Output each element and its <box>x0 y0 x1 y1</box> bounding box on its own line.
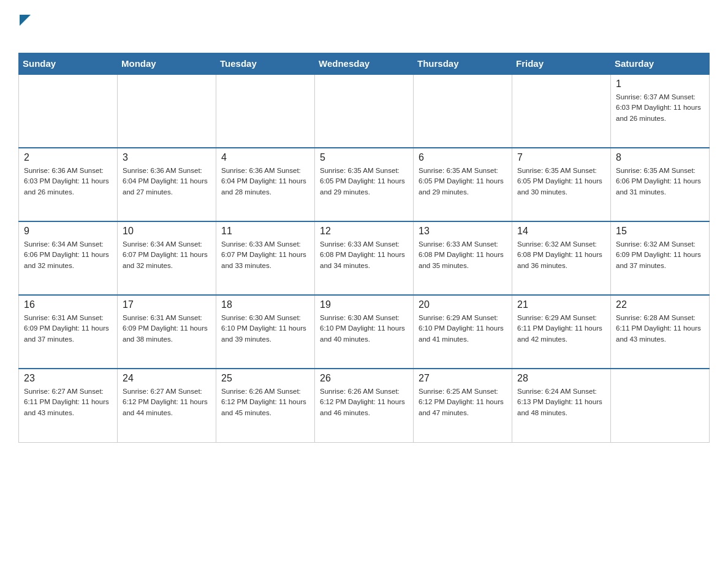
day-info: Sunrise: 6:34 AM Sunset: 6:06 PM Dayligh… <box>24 239 112 271</box>
day-number: 25 <box>221 373 309 384</box>
day-info: Sunrise: 6:36 AM Sunset: 6:03 PM Dayligh… <box>24 166 112 197</box>
day-number: 20 <box>419 299 507 310</box>
calendar-empty-cell <box>118 74 216 148</box>
calendar-week-row: 23Sunrise: 6:27 AM Sunset: 6:11 PM Dayli… <box>19 369 710 442</box>
day-number: 3 <box>123 152 211 163</box>
calendar-week-row: 1Sunrise: 6:37 AM Sunset: 6:03 PM Daylig… <box>19 74 710 148</box>
day-number: 7 <box>517 152 605 163</box>
calendar-empty-cell <box>216 74 315 148</box>
svg-marker-0 <box>20 15 31 26</box>
weekday-header-friday: Friday <box>512 53 611 75</box>
day-info: Sunrise: 6:29 AM Sunset: 6:10 PM Dayligh… <box>419 313 507 345</box>
calendar-week-row: 16Sunrise: 6:31 AM Sunset: 6:09 PM Dayli… <box>19 295 710 369</box>
day-number: 11 <box>221 226 309 237</box>
day-info: Sunrise: 6:35 AM Sunset: 6:05 PM Dayligh… <box>517 166 605 197</box>
day-info: Sunrise: 6:32 AM Sunset: 6:09 PM Dayligh… <box>616 239 704 271</box>
calendar-day-7: 7Sunrise: 6:35 AM Sunset: 6:05 PM Daylig… <box>512 148 611 221</box>
logo-arrow-icon <box>20 12 31 28</box>
logo <box>18 12 31 40</box>
day-number: 4 <box>221 152 309 163</box>
calendar-empty-cell <box>315 74 414 148</box>
day-number: 8 <box>616 152 704 163</box>
calendar-empty-cell <box>19 74 118 148</box>
day-info: Sunrise: 6:26 AM Sunset: 6:12 PM Dayligh… <box>320 386 408 418</box>
calendar-day-10: 10Sunrise: 6:34 AM Sunset: 6:07 PM Dayli… <box>118 221 216 295</box>
day-number: 23 <box>24 373 112 384</box>
day-info: Sunrise: 6:31 AM Sunset: 6:09 PM Dayligh… <box>123 313 211 345</box>
day-number: 14 <box>517 226 605 237</box>
day-info: Sunrise: 6:36 AM Sunset: 6:04 PM Dayligh… <box>221 166 309 197</box>
day-info: Sunrise: 6:26 AM Sunset: 6:12 PM Dayligh… <box>221 386 309 418</box>
calendar-day-13: 13Sunrise: 6:33 AM Sunset: 6:08 PM Dayli… <box>414 221 512 295</box>
calendar-day-15: 15Sunrise: 6:32 AM Sunset: 6:09 PM Dayli… <box>611 221 710 295</box>
calendar-day-3: 3Sunrise: 6:36 AM Sunset: 6:04 PM Daylig… <box>118 148 216 221</box>
weekday-header-thursday: Thursday <box>414 53 512 75</box>
day-info: Sunrise: 6:37 AM Sunset: 6:03 PM Dayligh… <box>616 92 704 124</box>
day-number: 1 <box>616 79 704 90</box>
calendar-day-6: 6Sunrise: 6:35 AM Sunset: 6:05 PM Daylig… <box>414 148 512 221</box>
calendar-empty-cell <box>414 74 512 148</box>
calendar-day-12: 12Sunrise: 6:33 AM Sunset: 6:08 PM Dayli… <box>315 221 414 295</box>
day-number: 24 <box>123 373 211 384</box>
day-number: 6 <box>419 152 507 163</box>
day-info: Sunrise: 6:35 AM Sunset: 6:05 PM Dayligh… <box>320 166 408 197</box>
day-info: Sunrise: 6:24 AM Sunset: 6:13 PM Dayligh… <box>517 386 605 418</box>
weekday-header-row: SundayMondayTuesdayWednesdayThursdayFrid… <box>19 53 710 75</box>
day-info: Sunrise: 6:28 AM Sunset: 6:11 PM Dayligh… <box>616 313 704 345</box>
page-header <box>18 12 710 40</box>
calendar-day-16: 16Sunrise: 6:31 AM Sunset: 6:09 PM Dayli… <box>19 295 118 369</box>
calendar-day-20: 20Sunrise: 6:29 AM Sunset: 6:10 PM Dayli… <box>414 295 512 369</box>
day-info: Sunrise: 6:30 AM Sunset: 6:10 PM Dayligh… <box>320 313 408 345</box>
calendar-day-11: 11Sunrise: 6:33 AM Sunset: 6:07 PM Dayli… <box>216 221 315 295</box>
day-info: Sunrise: 6:35 AM Sunset: 6:06 PM Dayligh… <box>616 166 704 197</box>
day-number: 16 <box>24 299 112 310</box>
day-number: 13 <box>419 226 507 237</box>
day-number: 19 <box>320 299 408 310</box>
day-number: 15 <box>616 226 704 237</box>
day-info: Sunrise: 6:35 AM Sunset: 6:05 PM Dayligh… <box>419 166 507 197</box>
weekday-header-wednesday: Wednesday <box>315 53 414 75</box>
day-info: Sunrise: 6:33 AM Sunset: 6:07 PM Dayligh… <box>221 239 309 271</box>
weekday-header-tuesday: Tuesday <box>216 53 315 75</box>
calendar-day-17: 17Sunrise: 6:31 AM Sunset: 6:09 PM Dayli… <box>118 295 216 369</box>
day-number: 22 <box>616 299 704 310</box>
day-info: Sunrise: 6:36 AM Sunset: 6:04 PM Dayligh… <box>123 166 211 197</box>
calendar-day-19: 19Sunrise: 6:30 AM Sunset: 6:10 PM Dayli… <box>315 295 414 369</box>
day-number: 21 <box>517 299 605 310</box>
calendar-empty-cell <box>512 74 611 148</box>
calendar-day-2: 2Sunrise: 6:36 AM Sunset: 6:03 PM Daylig… <box>19 148 118 221</box>
day-number: 9 <box>24 226 112 237</box>
day-number: 28 <box>517 373 605 384</box>
day-info: Sunrise: 6:32 AM Sunset: 6:08 PM Dayligh… <box>517 239 605 271</box>
calendar-day-25: 25Sunrise: 6:26 AM Sunset: 6:12 PM Dayli… <box>216 369 315 442</box>
day-info: Sunrise: 6:33 AM Sunset: 6:08 PM Dayligh… <box>419 239 507 271</box>
calendar-day-27: 27Sunrise: 6:25 AM Sunset: 6:12 PM Dayli… <box>414 369 512 442</box>
day-number: 2 <box>24 152 112 163</box>
calendar-day-24: 24Sunrise: 6:27 AM Sunset: 6:12 PM Dayli… <box>118 369 216 442</box>
day-number: 26 <box>320 373 408 384</box>
day-info: Sunrise: 6:33 AM Sunset: 6:08 PM Dayligh… <box>320 239 408 271</box>
calendar-day-8: 8Sunrise: 6:35 AM Sunset: 6:06 PM Daylig… <box>611 148 710 221</box>
calendar-day-22: 22Sunrise: 6:28 AM Sunset: 6:11 PM Dayli… <box>611 295 710 369</box>
weekday-header-monday: Monday <box>118 53 216 75</box>
day-info: Sunrise: 6:34 AM Sunset: 6:07 PM Dayligh… <box>123 239 211 271</box>
day-number: 12 <box>320 226 408 237</box>
calendar-day-18: 18Sunrise: 6:30 AM Sunset: 6:10 PM Dayli… <box>216 295 315 369</box>
calendar-day-9: 9Sunrise: 6:34 AM Sunset: 6:06 PM Daylig… <box>19 221 118 295</box>
calendar-day-5: 5Sunrise: 6:35 AM Sunset: 6:05 PM Daylig… <box>315 148 414 221</box>
day-info: Sunrise: 6:27 AM Sunset: 6:12 PM Dayligh… <box>123 386 211 418</box>
calendar-day-1: 1Sunrise: 6:37 AM Sunset: 6:03 PM Daylig… <box>611 74 710 148</box>
weekday-header-sunday: Sunday <box>19 53 118 75</box>
day-number: 18 <box>221 299 309 310</box>
calendar-day-23: 23Sunrise: 6:27 AM Sunset: 6:11 PM Dayli… <box>19 369 118 442</box>
calendar-day-21: 21Sunrise: 6:29 AM Sunset: 6:11 PM Dayli… <box>512 295 611 369</box>
day-info: Sunrise: 6:30 AM Sunset: 6:10 PM Dayligh… <box>221 313 309 345</box>
calendar-day-28: 28Sunrise: 6:24 AM Sunset: 6:13 PM Dayli… <box>512 369 611 442</box>
day-info: Sunrise: 6:29 AM Sunset: 6:11 PM Dayligh… <box>517 313 605 345</box>
calendar-table: SundayMondayTuesdayWednesdayThursdayFrid… <box>18 53 710 443</box>
day-info: Sunrise: 6:27 AM Sunset: 6:11 PM Dayligh… <box>24 386 112 418</box>
weekday-header-saturday: Saturday <box>611 53 710 75</box>
day-number: 17 <box>123 299 211 310</box>
calendar-day-4: 4Sunrise: 6:36 AM Sunset: 6:04 PM Daylig… <box>216 148 315 221</box>
day-number: 10 <box>123 226 211 237</box>
